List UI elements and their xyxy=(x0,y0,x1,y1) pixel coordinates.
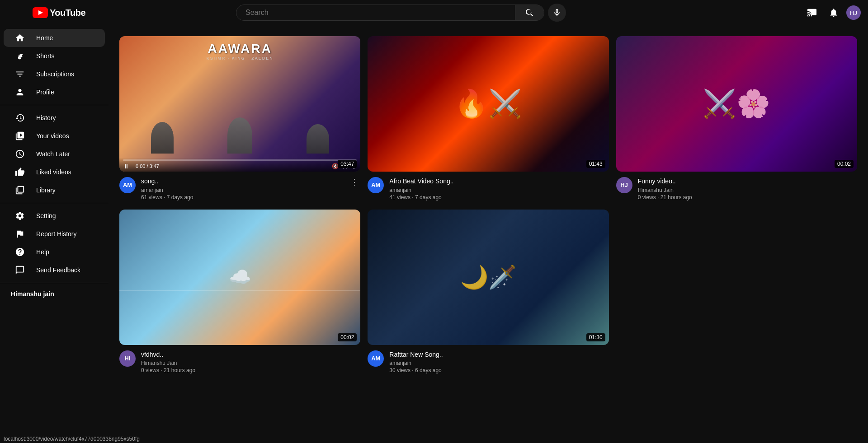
header-left: YouTube xyxy=(7,4,116,22)
report-history-icon xyxy=(14,228,25,239)
status-url: localhost:3000/video/watch/cluf4x77d0003… xyxy=(4,436,140,442)
library-icon xyxy=(14,185,25,196)
sidebar-item-send-feedback-label: Send Feedback xyxy=(36,266,80,274)
setting-icon xyxy=(14,210,25,221)
sidebar-item-setting-label: Setting xyxy=(36,212,56,219)
video-duration-4: 00:02 xyxy=(338,333,357,341)
video-channel-3[interactable]: Himanshu Jain xyxy=(638,187,857,193)
shorts-icon xyxy=(14,51,25,61)
video-card-4[interactable]: ☁️ 00:02 HI vfdhvd.. Himanshu Jain 0 vie… xyxy=(119,210,360,374)
video-details-1: song.. amanjain 61 views · 7 days ago xyxy=(141,177,343,201)
header: YouTube HJ xyxy=(0,0,868,25)
video-details-3: Funny video.. Himanshu Jain 0 views · 21… xyxy=(638,177,857,201)
hamburger-menu-button[interactable] xyxy=(7,4,25,22)
cloud-emoji: ☁️ xyxy=(229,266,251,288)
sidebar-item-send-feedback[interactable]: Send Feedback xyxy=(4,261,105,279)
video-info-2: AM Afro Beat Video Song.. amanjain 41 vi… xyxy=(368,177,609,201)
aawara-artists: KSHMR · KING · ZAEDEN xyxy=(123,56,357,61)
video-card-3[interactable]: ⚔️🌸 00:02 HJ Funny video.. Himanshu Jain… xyxy=(616,36,857,201)
sidebar-item-shorts[interactable]: Shorts xyxy=(4,47,105,65)
sidebar-item-shorts-label: Shorts xyxy=(36,52,54,60)
help-icon xyxy=(14,247,25,257)
video-channel-4[interactable]: Himanshu Jain xyxy=(141,360,360,366)
sidebar-item-history-label: History xyxy=(36,114,56,121)
cast-button[interactable] xyxy=(803,4,821,22)
player-controls: ⏸ 0:00 / 3:47 🔇 ⛶ ⋮ xyxy=(119,158,360,172)
voice-search-button[interactable] xyxy=(548,4,566,22)
sidebar-item-library[interactable]: Library xyxy=(4,181,105,199)
pause-icon[interactable]: ⏸ xyxy=(123,163,129,170)
sidebar-item-subscriptions[interactable]: Subscriptions xyxy=(4,65,105,83)
youtube-logo[interactable]: YouTube xyxy=(33,7,85,18)
video-meta-2: 41 views · 7 days ago xyxy=(389,194,609,201)
sidebar-item-home[interactable]: Home xyxy=(4,29,105,47)
status-bar: localhost:3000/video/watch/cluf4x77d0003… xyxy=(0,435,143,443)
channel-avatar-3[interactable]: HJ xyxy=(616,177,632,193)
header-center xyxy=(236,4,566,22)
video-meta-5: 30 views · 6 days ago xyxy=(389,367,609,373)
sidebar: Home Shorts Subscriptions xyxy=(0,25,108,443)
sidebar-item-watch-later-label: Watch Later xyxy=(36,150,70,158)
video-card-2[interactable]: 🔥⚔️ 01:43 AM Afro Beat Video Song.. aman… xyxy=(368,36,609,201)
video-views-3: 0 views xyxy=(638,194,656,201)
sidebar-item-watch-later[interactable]: Watch Later xyxy=(4,145,105,163)
video-card-1[interactable]: AAWARA KSHMR · KING · ZAEDEN xyxy=(119,36,360,201)
bell-icon xyxy=(829,8,839,18)
sidebar-item-report-history-label: Report History xyxy=(36,230,76,238)
sidebar-item-report-history[interactable]: Report History xyxy=(4,225,105,243)
sidebar-item-home-label: Home xyxy=(36,34,53,42)
channel-avatar-2[interactable]: AM xyxy=(368,177,384,193)
sidebar-divider-2 xyxy=(0,203,108,203)
progress-bar[interactable] xyxy=(123,159,357,161)
user-avatar-button[interactable]: HJ xyxy=(846,5,861,20)
video-thumbnail-2: 🔥⚔️ 01:43 xyxy=(368,36,609,172)
video-duration-2: 01:43 xyxy=(586,160,605,168)
video-views-4: 0 views xyxy=(141,367,159,373)
subscriptions-icon xyxy=(14,69,25,79)
player-left-controls: ⏸ 0:00 / 3:47 xyxy=(123,163,159,170)
sidebar-item-help-label: Help xyxy=(36,248,49,256)
player-bottom-row: ⏸ 0:00 / 3:47 🔇 ⛶ ⋮ xyxy=(123,163,357,170)
search-button[interactable] xyxy=(515,5,544,20)
sidebar-divider-3 xyxy=(0,283,108,283)
video-details-4: vfdhvd.. Himanshu Jain 0 views · 21 hour… xyxy=(141,350,360,374)
sidebar-item-help[interactable]: Help xyxy=(4,243,105,261)
search-input[interactable] xyxy=(236,5,515,20)
video-views-5: 30 views xyxy=(389,367,410,373)
sidebar-item-liked-videos[interactable]: Liked videos xyxy=(4,163,105,181)
video-duration-5: 01:30 xyxy=(586,333,605,341)
video-title-5: Rafttar New Song.. xyxy=(389,350,609,359)
channel-avatar-4[interactable]: HI xyxy=(119,350,136,367)
anime-art-3: ⚔️🌸 xyxy=(616,36,857,172)
video-dot-1: · xyxy=(164,194,167,201)
video-views-1: 61 views xyxy=(141,194,162,201)
channel-avatar-1[interactable]: AM xyxy=(119,177,136,193)
profile-icon xyxy=(14,87,25,98)
video-info-3: HJ Funny video.. Himanshu Jain 0 views ·… xyxy=(616,177,857,201)
video-thumbnail-5: 🌙🗡️ 01:30 xyxy=(368,210,609,345)
thumb-4-content: ☁️ xyxy=(119,210,360,345)
microphone-icon xyxy=(552,8,561,17)
sidebar-item-setting[interactable]: Setting xyxy=(4,207,105,225)
video-info-1: AM song.. amanjain 61 views · 7 days ago… xyxy=(119,177,360,201)
video-channel-1[interactable]: amanjain xyxy=(141,187,343,193)
video-channel-2[interactable]: amanjain xyxy=(389,187,609,193)
video-grid: AAWARA KSHMR · KING · ZAEDEN xyxy=(119,36,857,373)
player-time: 0:00 / 3:47 xyxy=(136,163,159,169)
sidebar-item-history[interactable]: History xyxy=(4,109,105,127)
sidebar-item-subscriptions-label: Subscriptions xyxy=(36,70,74,78)
sidebar-item-your-videos[interactable]: Your videos xyxy=(4,127,105,145)
anime-art-2: 🔥⚔️ xyxy=(368,36,609,172)
channel-avatar-5[interactable]: AM xyxy=(368,350,384,367)
sidebar-item-profile-label: Profile xyxy=(36,89,54,96)
video-card-5[interactable]: 🌙🗡️ 01:30 AM Rafttar New Song.. amanjain… xyxy=(368,210,609,374)
sidebar-item-your-videos-label: Your videos xyxy=(36,132,69,140)
notifications-button[interactable] xyxy=(825,4,843,22)
video-channel-5[interactable]: amanjain xyxy=(389,360,609,366)
video-meta-4: 0 views · 21 hours ago xyxy=(141,367,360,373)
aawara-title: AAWARA xyxy=(123,42,357,56)
video-duration-1: 03:47 xyxy=(338,160,357,168)
sidebar-item-profile[interactable]: Profile xyxy=(4,83,105,101)
send-feedback-icon xyxy=(14,265,25,275)
video-more-button-1[interactable]: ⋮ xyxy=(349,176,360,188)
